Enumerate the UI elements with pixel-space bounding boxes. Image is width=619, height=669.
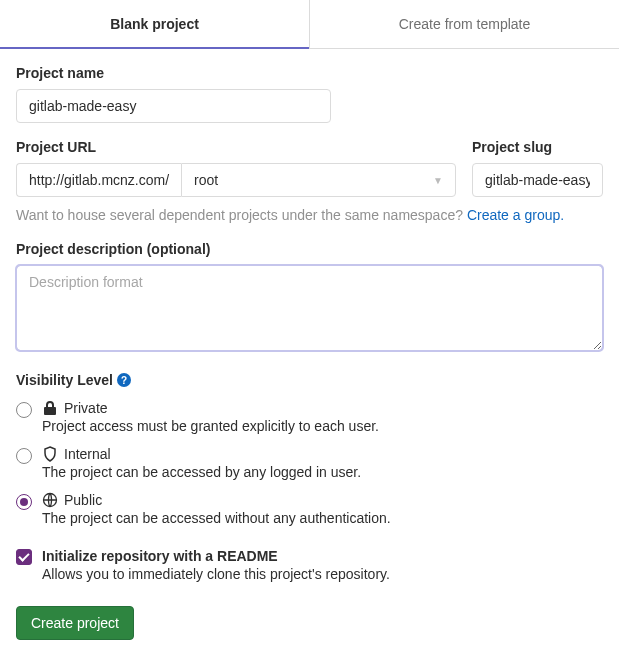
readme-desc: Allows you to immediately clone this pro…: [42, 566, 603, 582]
public-title: Public: [64, 492, 102, 508]
new-project-form: Project name Project URL http://gitlab.m…: [0, 49, 619, 656]
private-desc: Project access must be granted explicitl…: [42, 418, 603, 434]
create-project-button[interactable]: Create project: [16, 606, 134, 640]
internal-title: Internal: [64, 446, 111, 462]
project-url-label: Project URL: [16, 139, 456, 155]
radio-public[interactable]: [16, 494, 32, 510]
internal-desc: The project can be accessed by any logge…: [42, 464, 603, 480]
help-icon[interactable]: ?: [117, 373, 131, 387]
tab-create-from-template[interactable]: Create from template: [309, 0, 619, 48]
namespace-hint: Want to house several dependent projects…: [16, 207, 603, 223]
lock-icon: [42, 400, 58, 416]
checkbox-readme[interactable]: [16, 549, 32, 565]
project-name-input[interactable]: [16, 89, 331, 123]
project-url-prefix: http://gitlab.mcnz.com/: [16, 163, 181, 197]
namespace-value: root: [194, 172, 218, 188]
radio-private[interactable]: [16, 402, 32, 418]
visibility-option-internal[interactable]: Internal The project can be accessed by …: [16, 446, 603, 480]
readme-option[interactable]: Initialize repository with a README Allo…: [16, 548, 603, 582]
private-title: Private: [64, 400, 108, 416]
visibility-option-private[interactable]: Private Project access must be granted e…: [16, 400, 603, 434]
visibility-label: Visibility Level ?: [16, 372, 603, 388]
description-label: Project description (optional): [16, 241, 603, 257]
project-type-tabs: Blank project Create from template: [0, 0, 619, 49]
shield-icon: [42, 446, 58, 462]
visibility-option-public[interactable]: Public The project can be accessed witho…: [16, 492, 603, 526]
project-slug-input[interactable]: [472, 163, 603, 197]
readme-title: Initialize repository with a README: [42, 548, 603, 564]
chevron-down-icon: ▼: [433, 175, 443, 186]
namespace-select[interactable]: root ▼: [181, 163, 456, 197]
project-slug-label: Project slug: [472, 139, 603, 155]
radio-internal[interactable]: [16, 448, 32, 464]
create-group-link[interactable]: Create a group.: [467, 207, 564, 223]
project-url-group: http://gitlab.mcnz.com/ root ▼: [16, 163, 456, 197]
project-name-label: Project name: [16, 65, 603, 81]
tab-blank-project[interactable]: Blank project: [0, 0, 309, 48]
globe-icon: [42, 492, 58, 508]
description-textarea[interactable]: [16, 265, 603, 351]
public-desc: The project can be accessed without any …: [42, 510, 603, 526]
